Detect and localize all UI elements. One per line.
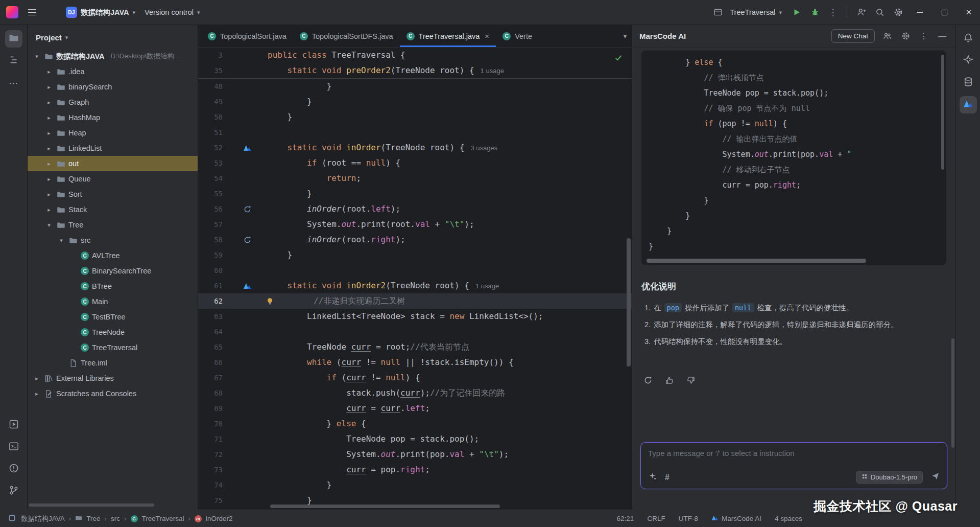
tab-treetraversal[interactable]: C TreeTraversal.java × bbox=[400, 25, 496, 47]
chevron-right-icon[interactable]: ▸ bbox=[33, 391, 41, 397]
line-number[interactable]: 48 bbox=[198, 79, 228, 94]
chevron-right-icon[interactable]: ▸ bbox=[45, 84, 53, 90]
chevron-right-icon[interactable]: ▸ bbox=[45, 145, 53, 152]
code-line[interactable]: 74 } bbox=[198, 477, 632, 493]
database-button[interactable] bbox=[960, 74, 977, 91]
more-actions-icon[interactable]: ⋮ bbox=[825, 7, 841, 18]
regenerate-icon[interactable] bbox=[641, 374, 655, 387]
line-number[interactable]: 69 bbox=[198, 401, 228, 416]
code-line[interactable]: 59 } bbox=[198, 247, 632, 263]
line-number[interactable]: 71 bbox=[198, 431, 228, 447]
code-line[interactable]: 72 System.out.print(pop.val + "\t"); bbox=[198, 447, 632, 462]
line-number[interactable]: 66 bbox=[198, 355, 228, 370]
chevron-right-icon[interactable]: ▸ bbox=[33, 375, 41, 382]
code-vscrollbar[interactable] bbox=[941, 55, 944, 170]
sticky-line[interactable]: 3public class TreeTraversal { bbox=[198, 48, 632, 63]
code-line[interactable]: 73 curr = pop.right; bbox=[198, 462, 632, 477]
line-number[interactable]: 54 bbox=[198, 171, 228, 186]
chevron-right-icon[interactable]: ▸ bbox=[45, 114, 53, 121]
line-number[interactable]: 50 bbox=[198, 109, 228, 125]
breadcrumb-class[interactable]: TreeTraversal bbox=[142, 515, 184, 522]
close-button[interactable]: × bbox=[958, 0, 980, 25]
tab-topologicalsortdfs[interactable]: C TopologicalSortDFS.java bbox=[293, 25, 400, 47]
hidden-tabs-button[interactable]: ▾ bbox=[619, 25, 627, 48]
breadcrumb-project[interactable]: 数据结构JAVA bbox=[21, 514, 65, 523]
chevron-right-icon[interactable]: ▸ bbox=[45, 161, 53, 167]
code-line[interactable]: 64 bbox=[198, 324, 632, 339]
tree-item-binarysearchtree[interactable]: CBinarySearchTree bbox=[28, 263, 198, 279]
hash-icon[interactable]: # bbox=[665, 473, 670, 482]
project-button[interactable] bbox=[5, 30, 22, 48]
gear-icon[interactable] bbox=[899, 30, 912, 42]
tree-item-graph[interactable]: ▸Graph bbox=[28, 95, 198, 110]
tree-item-avltree[interactable]: CAVLTree bbox=[28, 248, 198, 263]
maximize-button[interactable] bbox=[933, 0, 955, 25]
ai-sparkle-icon[interactable] bbox=[648, 472, 657, 483]
tree-item-queue[interactable]: ▸Queue bbox=[28, 171, 198, 187]
chevron-down-icon[interactable]: ▾ bbox=[57, 237, 65, 244]
code-line[interactable]: 63 LinkedList<TreeNode> stack = new Link… bbox=[198, 309, 632, 324]
line-number[interactable]: 58 bbox=[198, 232, 228, 247]
editor-vscrollbar[interactable] bbox=[627, 238, 631, 366]
tree-item-tree[interactable]: ▾Tree bbox=[28, 217, 198, 233]
tree-item-sort[interactable]: ▸Sort bbox=[28, 187, 198, 202]
tree-item-treetraversal[interactable]: CTreeTraversal bbox=[28, 340, 198, 355]
tree-item-out[interactable]: ▸out bbox=[28, 156, 198, 171]
code-line[interactable]: 52 static void inOrder(TreeNode root) {3… bbox=[198, 140, 632, 155]
chevron-right-icon[interactable]: ▸ bbox=[45, 191, 53, 198]
tree-item-external-libraries[interactable]: ▸External Libraries bbox=[28, 371, 198, 386]
marscode-gutter-icon[interactable] bbox=[243, 282, 252, 290]
ai-button[interactable] bbox=[960, 52, 977, 70]
marscode-gutter-icon[interactable] bbox=[243, 144, 252, 152]
code-line[interactable]: 66 while (curr != null || !stack.isEmpty… bbox=[198, 355, 632, 370]
tab-topologicalsort[interactable]: C TopologicalSort.java bbox=[201, 25, 293, 47]
editor[interactable]: 3public class TreeTraversal {35 static v… bbox=[198, 48, 632, 510]
line-number[interactable]: 67 bbox=[198, 370, 228, 385]
line-number[interactable]: 51 bbox=[198, 125, 228, 140]
code-line[interactable]: 51 bbox=[198, 125, 632, 140]
close-tab-icon[interactable]: × bbox=[485, 32, 489, 40]
tree-item-binarysearch[interactable]: ▸binarySearch bbox=[28, 79, 198, 95]
usages-hint[interactable]: 3 usages bbox=[470, 144, 497, 152]
project-widget[interactable]: DJ 数据结构JAVA ▾ bbox=[61, 4, 140, 20]
tree-item-src[interactable]: ▾src bbox=[28, 233, 198, 248]
code-line[interactable]: 57 System.out.print(root.val + "\t"); bbox=[198, 217, 632, 232]
search-everywhere-button[interactable] bbox=[872, 4, 888, 20]
encoding[interactable]: UTF-8 bbox=[679, 515, 698, 522]
line-number[interactable]: 72 bbox=[198, 447, 228, 462]
line-number[interactable]: 61 bbox=[198, 278, 228, 293]
code-line[interactable]: 58 inOrder(root.right); bbox=[198, 232, 632, 247]
tree-item-main[interactable]: CMain bbox=[28, 294, 198, 309]
minimize-button[interactable] bbox=[909, 0, 931, 25]
code-line[interactable]: 54 return; bbox=[198, 171, 632, 186]
tree-item-linkedlist[interactable]: ▸LinkedList bbox=[28, 141, 198, 156]
line-number[interactable]: 49 bbox=[198, 94, 228, 109]
thumbs-up-icon[interactable] bbox=[663, 374, 676, 387]
breadcrumb-src[interactable]: src bbox=[111, 515, 120, 522]
code-line[interactable]: 50 } bbox=[198, 109, 632, 125]
usages-hint[interactable]: 1 usage bbox=[475, 282, 499, 290]
code-line[interactable]: 65 TreeNode curr = root;//代表当前节点 bbox=[198, 339, 632, 355]
send-icon[interactable] bbox=[931, 472, 940, 483]
tree-item-java[interactable]: ▾数据结构JAVAD:\Desktop\数据结构... bbox=[28, 49, 198, 64]
caret-position[interactable]: 62:21 bbox=[617, 515, 634, 522]
code-hscrollbar[interactable] bbox=[647, 259, 866, 263]
chevron-right-icon[interactable]: ▸ bbox=[45, 99, 53, 106]
vcs-widget[interactable]: Version control ▾ bbox=[140, 6, 204, 19]
code-line[interactable]: 55 } bbox=[198, 186, 632, 201]
line-ending[interactable]: CRLF bbox=[647, 515, 665, 522]
chevron-right-icon[interactable]: ▸ bbox=[45, 207, 53, 213]
line-number[interactable]: 52 bbox=[198, 140, 228, 155]
debug-button[interactable] bbox=[807, 4, 823, 20]
tree-item-btree[interactable]: CBTree bbox=[28, 279, 198, 294]
code-line[interactable]: 62 //非递归实现遍历二叉树 bbox=[198, 293, 632, 309]
minimize-panel-icon[interactable]: — bbox=[936, 30, 948, 42]
message-input[interactable] bbox=[648, 449, 940, 457]
tree-item-testbtree[interactable]: CTestBTree bbox=[28, 309, 198, 325]
editor-hscrollbar[interactable] bbox=[270, 505, 500, 508]
chevron-down-icon[interactable]: ▾ bbox=[65, 35, 68, 40]
code-with-me-button[interactable] bbox=[853, 4, 870, 20]
more-icon[interactable]: ⋮ bbox=[918, 30, 930, 42]
community-icon[interactable] bbox=[881, 30, 893, 42]
chevron-right-icon[interactable]: ▸ bbox=[45, 176, 53, 182]
